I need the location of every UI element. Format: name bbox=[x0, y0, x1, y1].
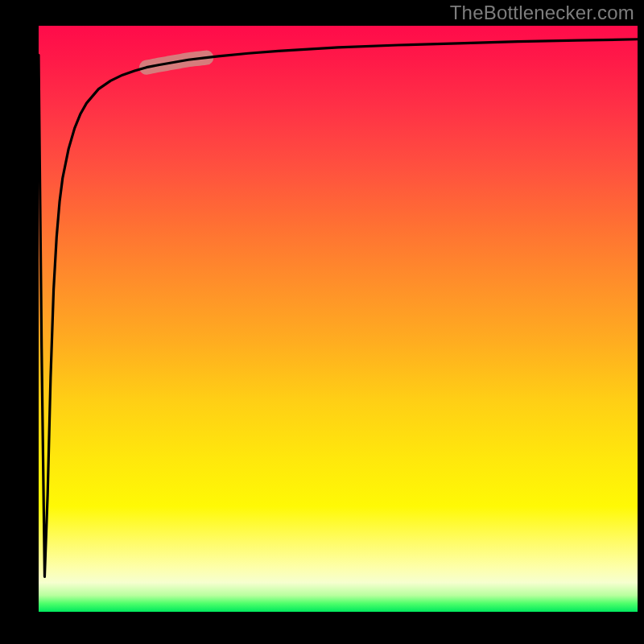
watermark-text: TheBottlenecker.com bbox=[450, 2, 634, 24]
bottleneck-curve bbox=[39, 39, 638, 577]
chart-frame: TheBottlenecker.com bbox=[0, 0, 644, 644]
curve-overlay bbox=[39, 26, 638, 612]
